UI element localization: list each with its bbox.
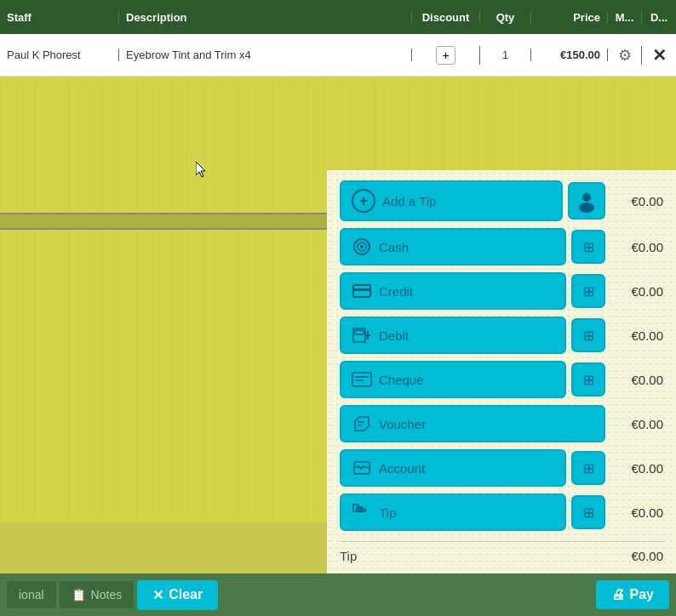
cash-button[interactable]: Cash (340, 228, 566, 265)
svg-rect-12 (352, 373, 371, 386)
cell-delete[interactable]: ✕ (642, 45, 676, 66)
add-tip-row: + Add a Tip €0.00 (340, 180, 663, 221)
tip-label: Tip (379, 505, 396, 520)
cell-description: Eyebrow Tint and Trim x4 (119, 48, 412, 61)
col-header-qty: Qty (480, 11, 531, 24)
col-header-description: Description (119, 11, 412, 24)
cheque-button[interactable]: Cheque (340, 361, 566, 398)
cheque-row: Cheque ⊞ €0.00 (340, 361, 663, 398)
bottom-bar: ional 📋 Notes ✕ Clear 🖨 Pay (0, 573, 676, 616)
cell-price: €150.00 (531, 48, 608, 61)
cell-qty: 1 (480, 48, 531, 61)
debit-row: Debit ⊞ €0.00 (340, 317, 663, 354)
credit-calc-button[interactable]: ⊞ (571, 274, 605, 308)
col-header-price: Price (531, 11, 608, 24)
close-icon[interactable]: ✕ (652, 46, 667, 65)
cheque-icon (352, 369, 372, 390)
notes-button[interactable]: 📋 Notes (60, 581, 135, 608)
cheque-label: Cheque (379, 373, 424, 387)
voucher-icon (352, 414, 372, 434)
cursor (196, 162, 208, 177)
voucher-row: Voucher €0.00 (340, 405, 663, 442)
svg-point-2 (579, 202, 594, 213)
cell-staff: Paul K Phorest (0, 48, 119, 61)
cash-label: Cash (379, 240, 409, 254)
tip-amount: €0.00 (612, 505, 663, 520)
svg-rect-19 (353, 505, 358, 511)
cell-discount[interactable]: + (412, 46, 480, 65)
promotional-button[interactable]: ional (7, 581, 56, 608)
account-button[interactable]: Account (340, 449, 566, 487)
debit-label: Debit (379, 328, 409, 343)
cash-icon (352, 237, 372, 257)
add-tip-label: Add a Tip (382, 194, 436, 208)
tip-row: Tip ⊞ €0.00 (340, 493, 663, 531)
clear-x-icon: ✕ (152, 587, 163, 603)
notes-label: Notes (91, 588, 123, 602)
credit-card-icon (352, 281, 372, 301)
credit-row: Credit ⊞ €0.00 (340, 272, 663, 310)
account-label: Account (379, 461, 425, 476)
clear-label: Clear (169, 587, 203, 602)
table-row: Paul K Phorest Eyebrow Tint and Trim x4 … (0, 34, 676, 77)
tip-summary-value: €0.00 (631, 549, 663, 563)
account-calc-button[interactable]: ⊞ (571, 451, 605, 485)
cash-calc-button[interactable]: ⊞ (571, 230, 605, 264)
credit-amount: €0.00 (612, 284, 663, 299)
col-header-d: D... (642, 11, 676, 24)
voucher-amount: €0.00 (612, 417, 663, 431)
promotional-label: ional (19, 588, 44, 602)
voucher-label: Voucher (379, 417, 426, 431)
payment-panel: + Add a Tip €0.00 (327, 170, 676, 616)
svg-rect-7 (353, 288, 370, 291)
svg-point-5 (360, 245, 364, 248)
svg-rect-9 (355, 330, 364, 334)
tip-summary-row: Tip €0.00 (340, 549, 663, 563)
add-tip-icon: + (352, 189, 375, 213)
svg-point-1 (582, 193, 591, 202)
tip-calc-button[interactable]: ⊞ (571, 495, 605, 529)
cheque-calc-button[interactable]: ⊞ (571, 362, 605, 396)
add-discount-button[interactable]: + (436, 46, 455, 65)
cash-amount: €0.00 (612, 240, 663, 254)
svg-rect-22 (364, 510, 367, 511)
credit-label: Credit (379, 284, 413, 299)
cell-settings[interactable]: ⚙ (608, 46, 642, 65)
account-icon (352, 458, 372, 478)
cash-row: Cash ⊞ €0.00 (340, 228, 663, 265)
account-row: Account ⊞ €0.00 (340, 449, 663, 487)
tip-summary-label: Tip (340, 549, 357, 563)
credit-button[interactable]: Credit (340, 272, 566, 310)
pay-icon: 🖨 (611, 587, 625, 602)
avatar-button[interactable] (568, 182, 605, 220)
account-amount: €0.00 (612, 461, 663, 476)
debit-card-icon (352, 325, 372, 345)
debit-calc-button[interactable]: ⊞ (571, 318, 605, 352)
add-tip-button[interactable]: + Add a Tip (340, 180, 563, 221)
pay-button[interactable]: 🖨 Pay (596, 580, 669, 609)
debit-button[interactable]: Debit (340, 317, 566, 354)
cheque-amount: €0.00 (612, 373, 663, 387)
debit-amount: €0.00 (612, 328, 663, 343)
col-header-discount: Discount (412, 11, 480, 24)
clear-button[interactable]: ✕ Clear (137, 580, 218, 610)
pay-label: Pay (630, 587, 654, 602)
notes-icon: 📋 (72, 588, 86, 602)
col-header-m: M... (608, 11, 642, 24)
gear-icon[interactable]: ⚙ (618, 47, 632, 64)
svg-marker-0 (196, 162, 205, 177)
table-header: Staff Description Discount Qty Price M..… (0, 0, 676, 34)
tip-button[interactable]: Tip (340, 493, 566, 531)
add-tip-amount: €0.00 (612, 194, 663, 208)
voucher-button[interactable]: Voucher (340, 405, 605, 442)
col-header-staff: Staff (0, 11, 119, 24)
yellow-lower-area: + Add a Tip €0.00 (0, 230, 676, 522)
tip-icon (352, 502, 372, 522)
